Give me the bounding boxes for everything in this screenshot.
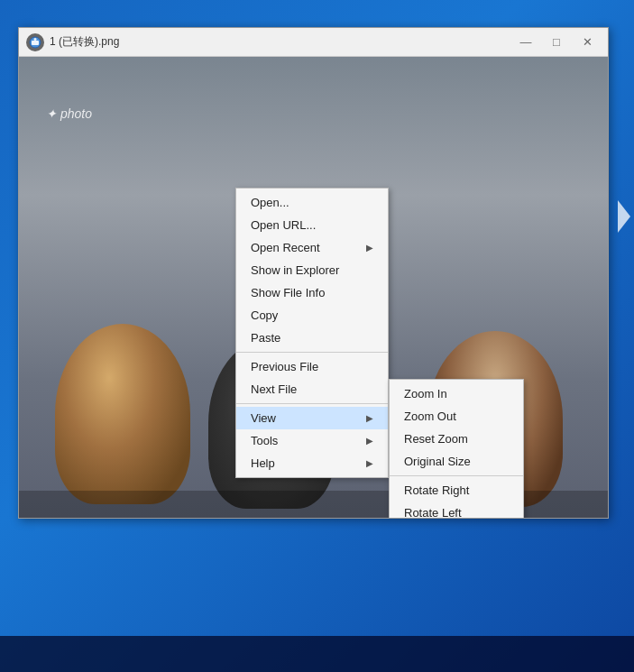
- menu-item-original-size[interactable]: Original Size: [390, 450, 523, 473]
- minimize-button[interactable]: —: [512, 33, 539, 51]
- close-button[interactable]: ✕: [574, 33, 601, 51]
- image-watermark: ✦ photo: [46, 106, 92, 121]
- menu-item-show-explorer[interactable]: Show in Explorer: [236, 259, 388, 281]
- submenu-arrow-view: ▶: [366, 413, 373, 423]
- menu-item-show-file-info[interactable]: Show File Info: [236, 281, 388, 304]
- window-title: 1 (已转换).png: [50, 34, 512, 50]
- window-controls: — □ ✕: [512, 33, 601, 51]
- puppy-left: [55, 324, 190, 504]
- menu-item-open[interactable]: Open...: [236, 191, 388, 214]
- submenu-arrow-help: ▶: [366, 458, 373, 468]
- menu-separator-2: [236, 403, 388, 404]
- menu-separator-1: [236, 352, 388, 353]
- context-menu: Open... Open URL... Open Recent ▶ Show i…: [235, 188, 389, 478]
- taskbar: [0, 636, 634, 672]
- submenu-arrow-tools: ▶: [366, 436, 373, 446]
- menu-item-next-file[interactable]: Next File: [236, 378, 388, 400]
- menu-item-zoom-out[interactable]: Zoom Out: [390, 405, 523, 428]
- image-viewport[interactable]: ✦ photo Open... Open URL...: [19, 57, 608, 518]
- submenu-view: Zoom In Zoom Out Reset Zoom Original Siz…: [389, 379, 524, 518]
- submenu-arrow-open-recent: ▶: [366, 243, 373, 253]
- image-viewer-window: 1 (已转换).png — □ ✕ ✦ photo: [18, 27, 609, 519]
- menu-item-tools[interactable]: Tools ▶: [236, 429, 388, 452]
- menu-item-rotate-left[interactable]: Rotate Left: [390, 502, 523, 518]
- menu-item-paste[interactable]: Paste: [236, 327, 388, 349]
- submenu-separator-1: [390, 475, 523, 476]
- menu-item-zoom-in[interactable]: Zoom In: [390, 382, 523, 405]
- menu-item-rotate-right[interactable]: Rotate Right: [390, 479, 523, 502]
- arrow-right-icon: [618, 200, 630, 233]
- menu-item-help[interactable]: Help ▶: [236, 452, 388, 474]
- svg-rect-1: [32, 41, 39, 45]
- desktop-scroll-right[interactable]: [614, 180, 634, 253]
- desktop: 1 (已转换).png — □ ✕ ✦ photo: [0, 0, 634, 672]
- menu-item-open-recent[interactable]: Open Recent ▶: [236, 236, 388, 259]
- menu-item-copy[interactable]: Copy: [236, 304, 388, 327]
- menu-item-reset-zoom[interactable]: Reset Zoom: [390, 428, 523, 450]
- menu-item-previous-file[interactable]: Previous File: [236, 355, 388, 378]
- maximize-button[interactable]: □: [543, 33, 570, 51]
- menu-item-view[interactable]: View ▶: [236, 407, 388, 429]
- svg-point-2: [34, 38, 37, 41]
- menu-item-open-url[interactable]: Open URL...: [236, 214, 388, 236]
- titlebar: 1 (已转换).png — □ ✕: [19, 28, 608, 57]
- app-icon: [26, 33, 44, 51]
